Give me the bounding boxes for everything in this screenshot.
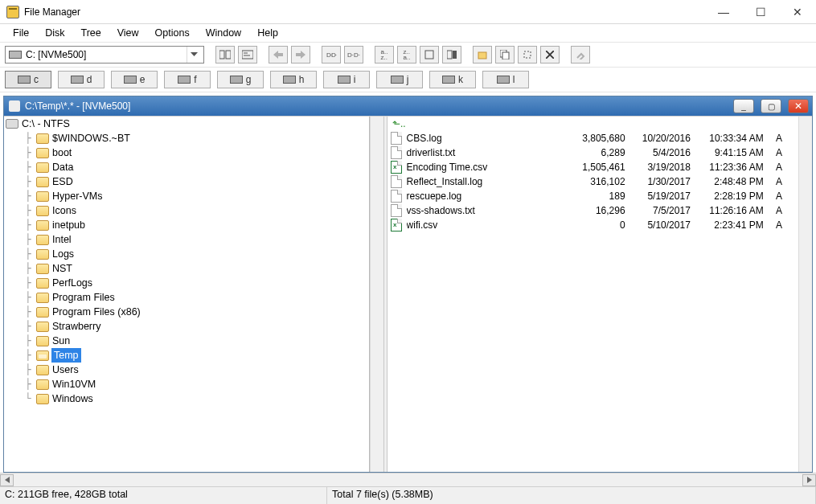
drive-button-h[interactable]: h bbox=[270, 71, 317, 88]
toolbar-new-folder-button[interactable] bbox=[473, 46, 492, 64]
file-row[interactable]: driverlist.txt6,2895/4/20169:41:15 AMA bbox=[387, 145, 798, 160]
toolbar-sort-az-button[interactable]: a..z.. bbox=[375, 46, 394, 64]
tree-node[interactable]: ├Win10VM bbox=[17, 377, 369, 391]
toolbar-sort-type-button[interactable]: D·D· bbox=[344, 46, 363, 64]
tree-node[interactable]: ├Users bbox=[17, 363, 369, 377]
tree-node-label: Program Files (x86) bbox=[51, 305, 141, 319]
tree-node[interactable]: ├NST bbox=[17, 261, 369, 276]
file-attr: A bbox=[769, 205, 792, 216]
window-close-button[interactable]: ✕ bbox=[779, 0, 816, 24]
tree-node-label: PerfLogs bbox=[51, 276, 92, 290]
toolbar-copy-button[interactable] bbox=[495, 46, 515, 64]
tree-node[interactable]: ├$WINDOWS.~BT bbox=[17, 131, 369, 145]
tree-node-label: Hyper-VMs bbox=[51, 189, 103, 203]
tree-node[interactable]: ├Program Files bbox=[17, 290, 369, 305]
list-scrollbar[interactable] bbox=[798, 117, 812, 472]
drive-button-k[interactable]: k bbox=[429, 71, 476, 88]
tree-node[interactable]: ├Program Files (x86) bbox=[17, 305, 369, 319]
drive-button-f[interactable]: f bbox=[164, 71, 211, 88]
tree-root[interactable]: C:\ - NTFS bbox=[4, 117, 369, 131]
menu-disk[interactable]: Disk bbox=[37, 26, 72, 40]
menu-tree[interactable]: Tree bbox=[72, 26, 109, 40]
drive-button-d[interactable]: d bbox=[58, 71, 105, 88]
drive-button-j[interactable]: j bbox=[376, 71, 423, 88]
drive-button-label: k bbox=[458, 74, 463, 85]
file-attr: A bbox=[769, 191, 792, 202]
drive-dropdown[interactable]: C: [NVMe500] bbox=[5, 46, 204, 64]
child-minimize-button[interactable]: _ bbox=[733, 99, 754, 113]
tree-node-label: Logs bbox=[51, 247, 74, 261]
tree-node[interactable]: ├inetpub bbox=[17, 218, 369, 232]
toolbar-sort-date-button[interactable] bbox=[442, 46, 461, 64]
toolbar-move-button[interactable] bbox=[518, 46, 537, 64]
text-file-icon bbox=[391, 190, 402, 203]
toolbar-back-button[interactable] bbox=[269, 46, 288, 64]
menu-window[interactable]: Window bbox=[198, 26, 249, 40]
file-attr: A bbox=[769, 162, 792, 173]
tree-node[interactable]: ├boot bbox=[17, 145, 369, 160]
file-name: CBS.log bbox=[407, 133, 562, 144]
tree-node[interactable]: ├Temp bbox=[17, 348, 369, 363]
tree-node[interactable]: ├Data bbox=[17, 160, 369, 174]
folder-icon bbox=[36, 278, 49, 289]
toolbar-sort-size-button[interactable] bbox=[420, 46, 439, 64]
tree-node[interactable]: └Windows bbox=[17, 391, 369, 406]
toolbar-forward-button[interactable] bbox=[291, 46, 310, 64]
window-maximize-button[interactable]: ☐ bbox=[742, 0, 779, 24]
toolbar-properties-button[interactable] bbox=[571, 46, 590, 64]
drive-button-i[interactable]: i bbox=[323, 71, 370, 88]
menu-options[interactable]: Options bbox=[147, 26, 198, 40]
folder-icon bbox=[36, 336, 49, 346]
scroll-left-icon[interactable] bbox=[0, 474, 14, 486]
window-minimize-button[interactable]: — bbox=[705, 0, 742, 24]
go-up-button[interactable]: ⬑.. bbox=[387, 117, 798, 131]
tree-node-label: Program Files bbox=[51, 290, 115, 305]
file-row[interactable]: CBS.log3,805,68010/20/201610:33:34 AMA bbox=[387, 131, 798, 145]
tree-node[interactable]: ├Hyper-VMs bbox=[17, 189, 369, 203]
file-row[interactable]: Reflect_Install.log316,1021/30/20172:48:… bbox=[387, 174, 798, 189]
drive-icon bbox=[497, 76, 510, 84]
tree-node[interactable]: ├Intel bbox=[17, 232, 369, 247]
menu-view[interactable]: View bbox=[109, 26, 147, 40]
file-name: driverlist.txt bbox=[407, 147, 562, 158]
tree-branch-icon: ├ bbox=[20, 305, 36, 319]
folder-tree[interactable]: C:\ - NTFS ├$WINDOWS.~BT├boot├Data├ESD├H… bbox=[4, 117, 370, 472]
tree-branch-icon: ├ bbox=[20, 145, 36, 160]
folder-icon bbox=[36, 307, 49, 318]
child-window: C:\Temp\*.* - [NVMe500] _ ▢ ✕ C:\ - NTFS… bbox=[3, 96, 813, 473]
drive-button-e[interactable]: e bbox=[111, 71, 158, 88]
toolbar-tree-both-button[interactable] bbox=[215, 46, 235, 64]
file-row[interactable]: vss-shadows.txt16,2967/5/201711:26:16 AM… bbox=[387, 203, 798, 218]
file-row[interactable]: rescuepe.log1895/19/20172:28:19 PMA bbox=[387, 189, 798, 203]
drive-icon bbox=[178, 76, 191, 84]
file-list[interactable]: ⬑.. CBS.log3,805,68010/20/201610:33:34 A… bbox=[387, 117, 798, 472]
tree-node[interactable]: ├Sun bbox=[17, 334, 369, 348]
tree-node[interactable]: ├ESD bbox=[17, 174, 369, 189]
toolbar-delete-button[interactable] bbox=[540, 46, 560, 64]
toolbar-sort-za-button[interactable]: z..a.. bbox=[397, 46, 416, 64]
tree-node[interactable]: ├Icons bbox=[17, 203, 369, 218]
child-maximize-button[interactable]: ▢ bbox=[761, 99, 781, 113]
toolbar-tree-only-button[interactable] bbox=[238, 46, 257, 64]
menu-file[interactable]: File bbox=[5, 26, 37, 40]
drive-button-c[interactable]: c bbox=[5, 71, 51, 88]
menu-help[interactable]: Help bbox=[249, 26, 286, 40]
tree-node[interactable]: ├Strawberry bbox=[17, 319, 369, 334]
tree-node[interactable]: ├Logs bbox=[17, 247, 369, 261]
drive-button-l[interactable]: l bbox=[482, 71, 529, 88]
tree-node[interactable]: ├PerfLogs bbox=[17, 276, 369, 290]
child-titlebar[interactable]: C:\Temp\*.* - [NVMe500] _ ▢ ✕ bbox=[4, 96, 812, 116]
tree-scrollbar[interactable] bbox=[370, 117, 383, 472]
scroll-right-icon[interactable] bbox=[802, 474, 816, 486]
folder-icon bbox=[36, 322, 49, 332]
outer-horizontal-scrollbar[interactable] bbox=[0, 473, 816, 486]
file-row[interactable]: Encoding Time.csv1,505,4613/19/201811:23… bbox=[387, 160, 798, 174]
file-row[interactable]: wifi.csv05/10/20172:23:41 PMA bbox=[387, 218, 798, 232]
toolbar-sort-name-button[interactable]: D·D· bbox=[322, 46, 341, 64]
statusbar: C: 211GB free, 428GB total Total 7 file(… bbox=[0, 486, 816, 504]
child-close-button[interactable]: ✕ bbox=[788, 99, 809, 113]
drive-button-g[interactable]: g bbox=[217, 71, 264, 88]
svg-rect-2 bbox=[242, 51, 253, 59]
chevron-down-icon bbox=[187, 47, 200, 63]
drive-icon bbox=[6, 119, 18, 129]
